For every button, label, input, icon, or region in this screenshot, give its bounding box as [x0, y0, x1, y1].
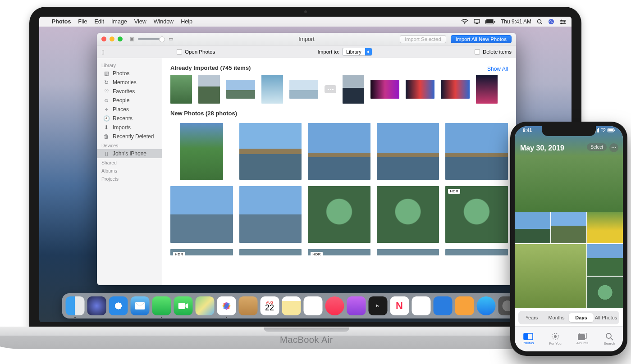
dock-numbers[interactable]	[412, 296, 430, 315]
siri-icon[interactable]	[548, 18, 554, 25]
iphone-more-button[interactable]	[609, 143, 618, 152]
iphone-segmented-control[interactable]: Years Months Days All Photos	[518, 311, 619, 324]
dock-finder[interactable]	[65, 296, 84, 315]
photo[interactable]: HDR	[308, 249, 370, 255]
dock-maps[interactable]	[195, 296, 214, 315]
thumb[interactable]	[441, 80, 470, 99]
dock-podcasts[interactable]	[347, 296, 366, 315]
photo[interactable]	[239, 249, 302, 255]
dock-news[interactable]: N	[390, 296, 409, 315]
dock-photos[interactable]	[217, 296, 236, 315]
sidebar-header-shared[interactable]: Shared	[97, 158, 162, 166]
dock-messages[interactable]	[152, 296, 171, 315]
seg-months[interactable]: Months	[544, 313, 569, 322]
photo[interactable]	[239, 123, 302, 180]
sidebar-item-places[interactable]: ⌖Places	[97, 105, 162, 114]
dock-notes[interactable]	[282, 296, 301, 315]
iphone-photo[interactable]	[515, 212, 550, 243]
seg-all[interactable]: All Photos	[594, 313, 618, 322]
iphone-select-button[interactable]: Select	[587, 143, 607, 151]
dock-facetime[interactable]	[174, 296, 192, 315]
sidebar-item-device[interactable]: ▯John's iPhone	[97, 149, 162, 158]
airplay-icon[interactable]	[474, 19, 480, 24]
photo[interactable]	[308, 123, 370, 180]
dock-pages[interactable]	[455, 296, 474, 315]
dock-mail[interactable]	[130, 296, 149, 315]
dock-tv[interactable]: tv	[368, 296, 387, 315]
iphone-photo[interactable]	[587, 212, 623, 243]
photo[interactable]	[308, 186, 370, 243]
aspect-toggle-icon[interactable]: ▭	[169, 36, 173, 42]
battery-icon[interactable]	[485, 19, 495, 24]
import-to-select[interactable]: Library ▴▾	[342, 48, 372, 56]
dock-siri[interactable]	[87, 296, 106, 315]
iphone-photo[interactable]	[587, 244, 623, 276]
sidebar-toggle-icon[interactable]: ▣	[130, 36, 134, 42]
photo[interactable]	[170, 186, 233, 243]
photo[interactable]	[377, 123, 439, 180]
menu-view[interactable]: View	[134, 18, 146, 25]
spotlight-icon[interactable]	[537, 19, 543, 25]
photo[interactable]: HDR	[445, 186, 508, 243]
sidebar-header-albums[interactable]: Albums	[97, 166, 162, 174]
thumbnail-size-slider[interactable]	[138, 38, 165, 40]
show-all-link[interactable]: Show All	[487, 66, 508, 72]
sidebar-item-imports[interactable]: ⬇Imports	[97, 123, 162, 132]
photo[interactable]	[445, 123, 508, 180]
tab-albums[interactable]: Albums	[569, 327, 596, 351]
dock-appstore[interactable]	[476, 296, 495, 315]
thumb[interactable]	[476, 75, 498, 104]
photo[interactable]	[239, 186, 302, 243]
window-zoom-button[interactable]	[118, 36, 123, 41]
thumb[interactable]	[343, 75, 364, 104]
wifi-icon[interactable]	[461, 19, 468, 24]
thumb[interactable]	[406, 80, 434, 99]
photo[interactable]	[377, 186, 439, 243]
sidebar-header-projects[interactable]: Projects	[97, 174, 162, 182]
thumb[interactable]	[370, 80, 399, 99]
sidebar-item-people[interactable]: ☺People	[97, 96, 162, 105]
import-all-button[interactable]: Import All New Photos	[451, 35, 512, 43]
dock-calendar[interactable]: AUG 22	[260, 296, 279, 315]
photo[interactable]	[377, 249, 439, 255]
open-photos-checkbox[interactable]	[177, 49, 182, 55]
sidebar-item-recently-deleted[interactable]: 🗑Recently Deleted	[97, 132, 162, 141]
seg-days[interactable]: Days	[569, 313, 594, 322]
dock-contacts[interactable]	[238, 296, 257, 315]
dock-keynote[interactable]	[433, 296, 452, 315]
control-center-icon[interactable]	[560, 19, 566, 24]
photo[interactable]: HDR	[170, 249, 233, 255]
dock-music[interactable]	[325, 296, 344, 315]
photo[interactable]	[445, 249, 508, 255]
menubar-clock[interactable]: Thu 9:41 AM	[501, 18, 531, 25]
thumb[interactable]	[226, 80, 255, 99]
photo[interactable]	[180, 123, 223, 180]
thumb[interactable]	[198, 75, 220, 104]
tab-photos[interactable]: Photos	[515, 327, 542, 351]
thumb[interactable]	[170, 75, 192, 104]
iphone-photo[interactable]	[551, 212, 587, 243]
sidebar-item-photos[interactable]: ▧Photos	[97, 69, 162, 78]
iphone-photo[interactable]	[515, 244, 586, 308]
dock-reminders[interactable]	[303, 296, 322, 315]
iphone-photo[interactable]	[587, 277, 623, 308]
window-minimize-button[interactable]	[110, 36, 114, 41]
menu-edit[interactable]: Edit	[95, 18, 105, 25]
menubar-app[interactable]: Photos	[52, 18, 71, 25]
sidebar-item-favorites[interactable]: ♡Favorites	[97, 87, 162, 96]
thumb[interactable]	[289, 80, 318, 99]
tab-search[interactable]: Search	[596, 327, 623, 351]
iphone-hero[interactable]: May 30, 2019 Select	[515, 126, 623, 212]
window-close-button[interactable]	[101, 36, 106, 41]
seg-years[interactable]: Years	[519, 313, 544, 322]
delete-items-checkbox[interactable]	[475, 49, 480, 55]
tab-foryou[interactable]: For You	[542, 327, 569, 351]
thumb[interactable]	[261, 75, 283, 104]
menu-help[interactable]: Help	[181, 18, 192, 25]
menu-window[interactable]: Window	[154, 18, 174, 25]
dock-safari[interactable]	[109, 296, 128, 315]
sidebar-item-memories[interactable]: ↻Memories	[97, 78, 162, 87]
more-icon[interactable]	[325, 85, 336, 93]
menu-file[interactable]: File	[78, 18, 87, 25]
menu-image[interactable]: Image	[111, 18, 127, 25]
